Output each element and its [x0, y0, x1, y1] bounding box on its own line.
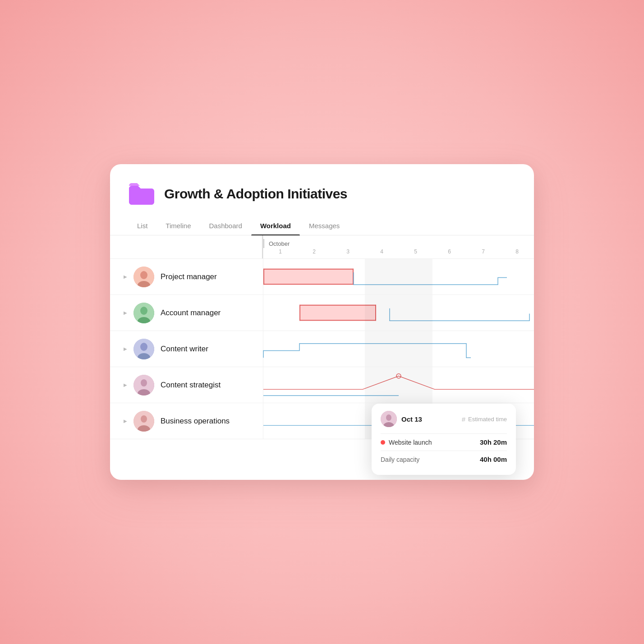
expand-arrow-cw[interactable]: ▶: [124, 346, 127, 351]
member-info-pm: ▶ Project manager: [110, 259, 263, 294]
workload-area: October 1 2 3 4 5 6 7 8: [110, 235, 534, 439]
svg-point-20: [141, 379, 147, 386]
svg-rect-11: [299, 305, 376, 321]
expand-arrow-cs[interactable]: ▶: [124, 382, 127, 387]
tooltip-capacity-label: Daily capacity: [381, 456, 419, 463]
chart-cs: Oct 13 # Estimated time Website launch: [263, 367, 534, 403]
tooltip-header: Oct 13 # Estimated time: [381, 411, 507, 427]
tooltip-task-row: Website launch 30h 20m: [381, 433, 507, 451]
avatar-am: [133, 303, 154, 323]
chart-pm: [263, 259, 534, 294]
svg-rect-5: [263, 284, 354, 285]
chart-cw: [263, 331, 534, 367]
svg-rect-12: [299, 305, 376, 306]
tab-messages[interactable]: Messages: [300, 216, 349, 235]
member-name-bo: Business operations: [161, 417, 230, 426]
day-1: 1: [263, 248, 297, 255]
tab-workload[interactable]: Workload: [251, 216, 300, 235]
svg-point-9: [140, 307, 147, 315]
tooltip-avatar: [381, 411, 397, 427]
main-card: Growth & Adoption Initiatives List Timel…: [110, 164, 534, 480]
member-info-am: ▶ Account manager: [110, 295, 263, 331]
svg-rect-6: [263, 269, 264, 285]
expand-arrow-pm[interactable]: ▶: [124, 274, 127, 279]
tooltip-capacity-row: Daily capacity 40h 00m: [381, 451, 507, 468]
row-content-writer: ▶ Content writer: [110, 331, 534, 367]
avatar-pm: [133, 267, 154, 287]
nav-tabs: List Timeline Dashboard Workload Message…: [110, 216, 534, 235]
row-project-manager: ▶ Project manager: [110, 259, 534, 295]
row-account-manager: ▶ Account manager: [110, 295, 534, 331]
member-info-cs: ▶ Content strategist: [110, 367, 263, 403]
project-header: Growth & Adoption Initiatives: [110, 182, 534, 216]
day-8: 8: [500, 248, 534, 255]
tooltip-task: Website launch: [381, 439, 432, 446]
tooltip-left: Oct 13: [381, 411, 422, 427]
tooltip-date: Oct 13: [401, 415, 422, 423]
red-dot: [381, 440, 385, 445]
tooltip-task-name: Website launch: [389, 439, 432, 446]
tab-timeline[interactable]: Timeline: [156, 216, 200, 235]
member-name-am: Account manager: [161, 308, 221, 317]
svg-rect-15: [375, 305, 376, 321]
day-2: 2: [297, 248, 331, 255]
svg-rect-13: [299, 320, 376, 321]
day-4: 4: [365, 248, 399, 255]
svg-rect-14: [299, 305, 300, 321]
row-content-strategist: ▶ Content strategist: [110, 367, 534, 403]
day-5: 5: [399, 248, 432, 255]
member-name-cw: Content writer: [161, 345, 208, 354]
avatar-cw: [133, 339, 154, 359]
expand-arrow-am[interactable]: ▶: [124, 310, 127, 315]
avatar-bo: [133, 411, 154, 432]
member-info-cw: ▶ Content writer: [110, 331, 263, 367]
member-name-cs: Content strategist: [161, 381, 221, 390]
tab-dashboard[interactable]: Dashboard: [200, 216, 251, 235]
day-6: 6: [432, 248, 466, 255]
svg-rect-3: [263, 269, 354, 285]
day-3: 3: [331, 248, 365, 255]
svg-point-27: [141, 415, 147, 423]
svg-point-24: [386, 414, 391, 421]
expand-arrow-bo[interactable]: ▶: [124, 419, 127, 423]
tooltip-capacity-value: 40h 00m: [480, 455, 507, 463]
svg-point-17: [140, 343, 147, 351]
tooltip-field-label: Estimated time: [468, 416, 507, 423]
project-title: Growth & Adoption Initiatives: [164, 186, 347, 202]
member-name-pm: Project manager: [161, 272, 217, 281]
chart-am: [263, 295, 534, 331]
avatar-cs: [133, 375, 154, 396]
tooltip-task-value: 30h 20m: [480, 438, 507, 446]
folder-icon: [128, 182, 155, 206]
tooltip: Oct 13 # Estimated time Website launch: [372, 404, 516, 475]
tooltip-field: # Estimated time: [462, 415, 507, 423]
month-label: October: [269, 240, 290, 247]
day-7: 7: [466, 248, 500, 255]
svg-point-1: [140, 271, 147, 279]
member-info-bo: ▶ Business operations: [110, 403, 263, 439]
tab-list[interactable]: List: [128, 216, 156, 235]
svg-rect-4: [263, 269, 354, 270]
